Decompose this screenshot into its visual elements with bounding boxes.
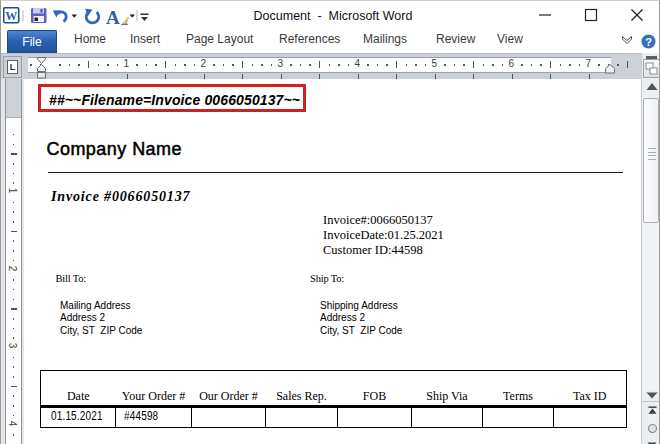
svg-text:?: ? xyxy=(645,36,652,48)
svg-text:A: A xyxy=(106,7,120,25)
svg-text:W: W xyxy=(5,9,17,23)
